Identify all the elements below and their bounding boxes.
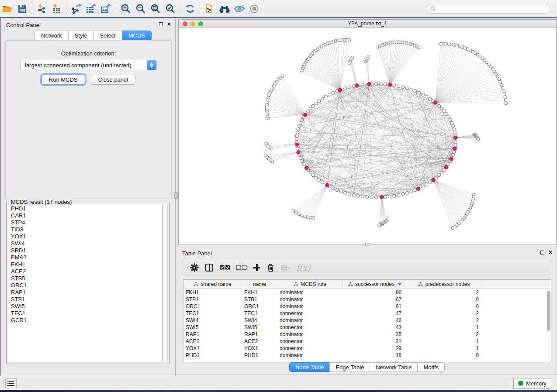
mcds-node-item[interactable]: GCR1 — [11, 317, 162, 324]
zoom-out-icon[interactable] — [133, 2, 148, 16]
desktop-wallpaper — [0, 390, 557, 392]
table-body: FKH1FKH1dominator962STB1STB1dominator620… — [183, 289, 551, 359]
mcds-node-item[interactable]: SRD1 — [11, 247, 162, 254]
table-row[interactable]: TEC1TEC1connector472 — [183, 310, 551, 317]
network-graph[interactable] — [179, 28, 556, 244]
table-row[interactable]: FKH1FKH1dominator962 — [183, 289, 551, 296]
mcds-node-item[interactable]: FKH1 — [11, 261, 162, 268]
vertical-splitter-grip[interactable] — [174, 193, 178, 199]
network-window: YPA_prune.txt_1 — [178, 19, 557, 244]
tab-network[interactable]: Network — [35, 31, 68, 41]
export-network-icon[interactable] — [69, 2, 84, 16]
float-panel-icon[interactable] — [540, 251, 544, 254]
column-type-icon — [418, 282, 423, 286]
mcds-node-item[interactable]: SWI4 — [11, 240, 162, 247]
column-header-shared-name[interactable]: shared name — [183, 280, 242, 289]
table-scrollbar-thumb[interactable] — [547, 291, 550, 331]
zoom-fit-icon[interactable] — [148, 2, 163, 16]
table-settings-gear-icon[interactable] — [190, 262, 199, 273]
cell-shared-name: TEC1 — [183, 310, 242, 316]
run-mcds-button[interactable]: Run MCDS — [42, 75, 85, 85]
search-field[interactable] — [426, 4, 550, 14]
table-row[interactable]: SWI5SWI5connector431 — [183, 324, 551, 331]
show-all-icon[interactable] — [247, 2, 262, 16]
delete-column-icon[interactable] — [267, 262, 274, 273]
new-network-from-selection-icon[interactable] — [202, 2, 217, 16]
mcds-node-item[interactable]: RAP1 — [11, 289, 162, 296]
column-header-MCDS-role[interactable]: MCDS role — [277, 280, 343, 289]
mcds-result-list[interactable]: PHD1CAR1STP4TID3YOX1SWI4SRD1PMA2FKH1ACE2… — [8, 204, 163, 362]
task-history-button[interactable] — [5, 378, 17, 388]
table-row[interactable]: RAP1RAP1dominator352 — [183, 331, 551, 338]
export-image-icon[interactable] — [99, 2, 114, 16]
zoom-in-icon[interactable] — [118, 2, 133, 16]
deselect-all-icon[interactable] — [236, 262, 247, 273]
mcds-node-item[interactable]: PMA2 — [11, 254, 162, 261]
search-input[interactable] — [436, 6, 550, 12]
cell-name: SWI4 — [242, 317, 277, 323]
table-panel-tabs: Node Table Edge Table Network Table Moti… — [177, 362, 557, 372]
dropdown-value: largest connected component (undirected) — [21, 62, 146, 69]
add-column-icon[interactable] — [253, 262, 261, 273]
import-table-icon[interactable] — [49, 2, 64, 16]
close-panel-button[interactable]: Close panel — [91, 75, 136, 85]
tab-motifs[interactable]: Motifs — [417, 362, 445, 372]
function-builder-icon: f(x) — [296, 263, 311, 272]
mcds-node-item[interactable]: TID3 — [11, 226, 162, 233]
table-row[interactable]: PHD1PHD1dominator180 — [183, 352, 551, 359]
mcds-node-item[interactable]: ACE2 — [11, 268, 162, 275]
cell-MCDS-role: dominator — [277, 303, 343, 309]
mcds-node-item[interactable]: STP4 — [11, 219, 162, 226]
tab-style[interactable]: Style — [68, 31, 93, 41]
column-type-icon — [348, 282, 353, 286]
tab-node-table[interactable]: Node Table — [289, 362, 330, 372]
mcds-node-item[interactable]: CAR1 — [11, 212, 162, 219]
tab-network-table[interactable]: Network Table — [370, 362, 417, 372]
export-table-icon[interactable] — [84, 2, 99, 16]
column-header-successor-nodes[interactable]: successor nodes — [343, 280, 407, 289]
mcds-node-item[interactable]: STB5 — [11, 275, 162, 282]
cell-shared-name: STB1 — [183, 296, 242, 303]
mcds-list-scrollbar[interactable] — [163, 204, 168, 362]
mcds-node-item[interactable]: ORC1 — [11, 282, 162, 289]
tab-select[interactable]: Select — [93, 31, 122, 41]
cell-shared-name: ORC1 — [183, 303, 242, 309]
table-row[interactable]: ORC1ORC1dominator610 — [183, 303, 551, 310]
mcds-node-item[interactable]: YOX1 — [11, 233, 162, 240]
cell-successor-nodes: 46 — [343, 317, 407, 323]
cell-MCDS-role: connector — [277, 345, 343, 351]
select-all-icon[interactable] — [220, 262, 230, 273]
open-session-icon[interactable] — [0, 2, 15, 16]
refresh-icon[interactable] — [183, 2, 197, 16]
tab-edge-table[interactable]: Edge Table — [329, 362, 370, 372]
show-columns-icon[interactable] — [205, 262, 214, 273]
close-panel-icon[interactable]: × — [167, 22, 171, 26]
table-scrollbar[interactable] — [546, 289, 551, 362]
mcds-node-item[interactable]: TEC1 — [11, 310, 162, 317]
hide-selection-icon[interactable] — [232, 2, 247, 16]
cell-MCDS-role: connector — [277, 338, 343, 344]
table-row[interactable]: STB1STB1dominator620 — [183, 296, 551, 303]
float-panel-icon[interactable] — [159, 22, 163, 26]
zoom-selected-icon[interactable] — [163, 2, 178, 16]
table-header-row: shared namenameMCDS rolesuccessor nodesp… — [183, 280, 551, 289]
cell-predecessor-nodes: 1 — [407, 338, 481, 344]
table-row[interactable]: SWI4SWI4dominator462 — [183, 317, 551, 324]
optimization-criterion-dropdown[interactable]: largest connected component (undirected) — [21, 60, 157, 70]
table-row[interactable]: YOX1YOX1connector291 — [183, 345, 551, 352]
search-network-icon[interactable] — [217, 2, 232, 16]
column-header-name[interactable]: name — [242, 280, 277, 289]
network-window-titlebar[interactable]: YPA_prune.txt_1 — [179, 20, 556, 28]
table-row[interactable]: ACE2ACE2connector311 — [183, 338, 551, 345]
network-canvas[interactable] — [179, 28, 556, 244]
mcds-node-item[interactable]: SWI5 — [11, 303, 162, 310]
save-session-icon[interactable] — [15, 2, 30, 16]
import-network-icon[interactable] — [35, 2, 49, 16]
column-header-predecessor-nodes[interactable]: predecessor nodes — [407, 280, 481, 289]
mcds-node-item[interactable]: PHD1 — [11, 205, 162, 212]
tab-mcds[interactable]: MCDS — [122, 31, 152, 41]
memory-button[interactable]: Memory — [513, 378, 551, 389]
memory-label: Memory — [526, 380, 547, 387]
close-panel-icon[interactable]: × — [549, 250, 552, 254]
mcds-node-item[interactable]: STB1 — [11, 296, 162, 303]
